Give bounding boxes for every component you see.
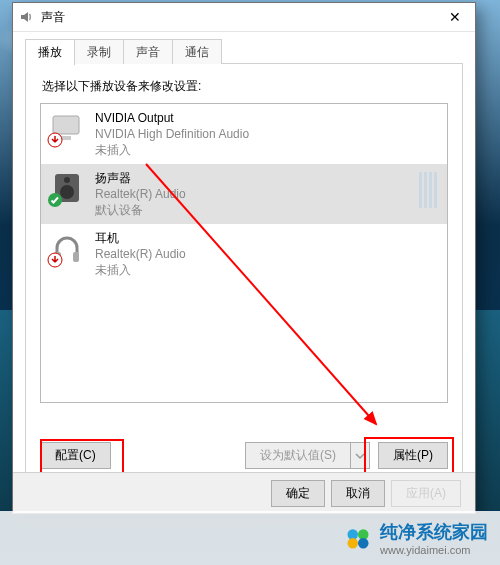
- svg-point-14: [358, 538, 369, 549]
- tab-playback[interactable]: 播放: [25, 39, 75, 65]
- down-arrow-icon: [47, 252, 63, 268]
- desktop-background: 声音 ✕ 播放 录制 声音 通信 选择以下播放设备来修改设置:: [0, 0, 500, 565]
- device-sub: NVIDIA High Definition Audio: [95, 126, 249, 142]
- chevron-down-icon[interactable]: [351, 442, 370, 469]
- device-listbox[interactable]: NVIDIA Output NVIDIA High Definition Aud…: [40, 103, 448, 403]
- configure-button[interactable]: 配置(C): [40, 442, 111, 469]
- device-item-speaker[interactable]: 扬声器 Realtek(R) Audio 默认设备: [41, 164, 447, 224]
- monitor-icon: [49, 110, 85, 146]
- device-status: 默认设备: [95, 202, 186, 218]
- device-name: 耳机: [95, 230, 186, 246]
- tab-communications[interactable]: 通信: [172, 39, 222, 65]
- volume-meter: [419, 172, 437, 208]
- device-sub: Realtek(R) Audio: [95, 246, 186, 262]
- device-text-group: NVIDIA Output NVIDIA High Definition Aud…: [95, 110, 249, 158]
- device-name: 扬声器: [95, 170, 186, 186]
- device-item-headphone[interactable]: 耳机 Realtek(R) Audio 未插入: [41, 224, 447, 284]
- tab-panel-playback: 选择以下播放设备来修改设置: NVIDIA Output NVIDIA Hig: [25, 64, 463, 482]
- speaker-icon: [19, 9, 35, 25]
- svg-point-13: [348, 538, 359, 549]
- device-status: 未插入: [95, 142, 249, 158]
- logo-icon: [344, 524, 372, 552]
- dialog-body: 播放 录制 声音 通信 选择以下播放设备来修改设置:: [13, 38, 475, 482]
- device-text-group: 扬声器 Realtek(R) Audio 默认设备: [95, 170, 186, 218]
- properties-button[interactable]: 属性(P): [378, 442, 448, 469]
- panel-footer: 配置(C) 设为默认值(S) 属性(P): [40, 442, 448, 469]
- down-arrow-icon: [47, 132, 63, 148]
- sound-dialog: 声音 ✕ 播放 录制 声音 通信 选择以下播放设备来修改设置:: [12, 2, 476, 514]
- device-name: NVIDIA Output: [95, 110, 249, 126]
- speaker-icon: [49, 170, 85, 206]
- set-default-button[interactable]: 设为默认值(S): [245, 442, 351, 469]
- headphone-icon: [49, 230, 85, 266]
- device-item-nvidia[interactable]: NVIDIA Output NVIDIA High Definition Aud…: [41, 104, 447, 164]
- apply-button[interactable]: 应用(A): [391, 480, 461, 507]
- instruction-text: 选择以下播放设备来修改设置:: [42, 78, 448, 95]
- tab-recording[interactable]: 录制: [74, 39, 124, 65]
- check-icon: [47, 192, 63, 208]
- svg-point-5: [64, 177, 70, 183]
- tab-sounds[interactable]: 声音: [123, 39, 173, 65]
- device-text-group: 耳机 Realtek(R) Audio 未插入: [95, 230, 186, 278]
- tab-bar: 播放 录制 声音 通信: [25, 38, 463, 64]
- close-button[interactable]: ✕: [441, 7, 469, 27]
- window-title: 声音: [41, 9, 441, 26]
- device-sub: Realtek(R) Audio: [95, 186, 186, 202]
- cancel-button[interactable]: 取消: [331, 480, 385, 507]
- device-status: 未插入: [95, 262, 186, 278]
- svg-rect-8: [73, 252, 79, 262]
- dialog-button-row: 确定 取消 应用(A): [13, 472, 475, 513]
- watermark-bar: 纯净系统家园 www.yidaimei.com: [0, 511, 500, 565]
- ok-button[interactable]: 确定: [271, 480, 325, 507]
- watermark-brand: 纯净系统家园: [380, 520, 488, 544]
- titlebar[interactable]: 声音 ✕: [13, 3, 475, 32]
- watermark-url: www.yidaimei.com: [380, 544, 488, 556]
- set-default-split-button[interactable]: 设为默认值(S): [245, 442, 370, 469]
- watermark-texts: 纯净系统家园 www.yidaimei.com: [380, 520, 488, 556]
